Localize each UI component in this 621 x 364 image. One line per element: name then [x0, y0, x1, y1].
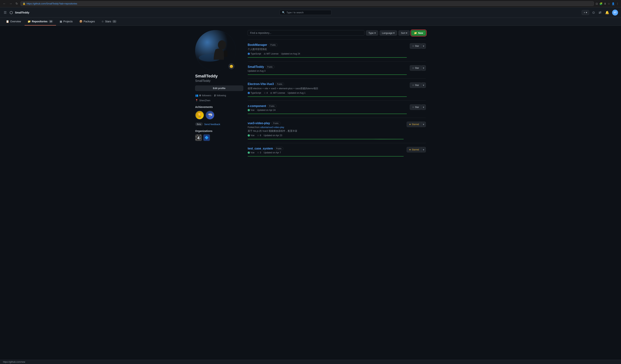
repo-icon: 📁 [28, 20, 31, 23]
notifications-icon[interactable]: 🔔 [604, 10, 610, 15]
lang-dot [248, 109, 250, 111]
screenshot-icon[interactable]: ⊡ [596, 2, 598, 5]
tab-projects[interactable]: ▦ Projects [57, 18, 76, 26]
visibility-badge: Public [268, 104, 276, 108]
repo-item: SmallTeddy Public Updated on Aug 3 ☆ Sta… [248, 61, 426, 79]
lang-label: Vue [251, 151, 255, 154]
pull-requests-icon[interactable]: ⇄ [598, 10, 602, 15]
repo-item-info: test_case_system Public Vue ☆ 3 Updated … [248, 147, 404, 156]
fork-source-link[interactable]: xdlumia/vue3-video-play [260, 126, 284, 129]
url-text: https://github.com/SmallTeddy?tab=reposi… [27, 2, 77, 5]
repo-meta: TypeScript ☆ 4 ⚖ MIT License Updated on … [248, 92, 407, 94]
organizations-section: Organizations ♟ 🔷 [195, 130, 243, 141]
starred-icon: ★ [409, 123, 411, 126]
tab-packages[interactable]: 📦 Packages [76, 18, 98, 26]
issues-icon[interactable]: ⊙ [591, 10, 596, 15]
lang-dot [248, 134, 250, 136]
star-button[interactable]: ☆ Star [410, 43, 421, 49]
star-button-group: ☆ Star ▾ [410, 65, 426, 71]
menu-icon[interactable]: ⋮ [616, 2, 619, 5]
repo-name-link[interactable]: vue3-video-play [248, 122, 270, 125]
star-button[interactable]: ☆ Star [410, 65, 421, 71]
repo-item: z-component Public Vue Updated on Apr 24 [248, 100, 426, 118]
achievement-badge-2[interactable]: 🦈 [206, 111, 214, 119]
lang-dot [248, 92, 250, 94]
star-label: Star [415, 84, 419, 86]
repo-toolbar: Type ▾ Language ▾ Sort ▾ 📁 New [248, 30, 426, 36]
repo-name-link[interactable]: SmallTeddy [248, 65, 264, 68]
star-dropdown[interactable]: ▾ [421, 104, 426, 110]
profile-icon[interactable]: 👤 [612, 2, 615, 5]
lang-label: TypeScript [251, 52, 261, 55]
extensions-icon[interactable]: 🧩 [599, 2, 603, 5]
star-button[interactable]: ☆ Star [410, 104, 421, 110]
visibility-badge: Public [275, 147, 283, 150]
header-search: 🔍 Type / to search [32, 10, 579, 15]
license-label: MIT License [267, 52, 278, 55]
contribution-line [248, 57, 407, 58]
lang-label: Vue [251, 109, 255, 111]
star-dropdown[interactable]: ▾ [421, 65, 426, 71]
star-button[interactable]: ☆ Star [410, 83, 421, 88]
org-avatar-2[interactable]: 🔷 [203, 134, 210, 141]
repo-name-row: Electron-Vite-Vue3 Public [248, 83, 407, 86]
visibility-badge: Public [275, 83, 284, 86]
star-button-group: ☆ Star ▾ [410, 43, 426, 49]
star-dropdown[interactable]: ▾ [421, 122, 426, 127]
repo-updated: Updated on Aug 1 [288, 92, 306, 94]
forward-button[interactable]: → [8, 1, 13, 6]
tab-repositories[interactable]: 📁 Repositories 10 [25, 18, 56, 26]
achievement-badge-1[interactable]: 🏆 [195, 111, 204, 119]
location-text: ShenZhen [199, 99, 210, 102]
header-username: SmallTeddy [15, 11, 29, 14]
repo-badge: 10 [49, 20, 53, 23]
language-button[interactable]: Language ▾ [380, 30, 397, 36]
tab-overview[interactable]: 📋 Overview [3, 18, 24, 26]
tab-stars[interactable]: ☆ Stars 21 [99, 18, 120, 26]
repo-description: 使用 electron + vite + vue3 + element-plus… [248, 87, 407, 90]
projects-icon: ▦ [60, 20, 62, 23]
starred-button[interactable]: ★ Starred [407, 122, 421, 127]
star-count: 8 [260, 134, 261, 137]
new-repo-button[interactable]: 📁 New [411, 30, 426, 36]
starred-icon: ★ [409, 148, 411, 151]
starred-button[interactable]: ★ Starred [407, 147, 421, 152]
profile-nav: 📋 Overview 📁 Repositories 10 ▦ Projects … [0, 18, 621, 26]
contribution-line [248, 139, 404, 139]
search-box[interactable]: 🔍 Type / to search [280, 10, 331, 15]
user-avatar[interactable]: ST [612, 10, 618, 16]
sort-button[interactable]: Sort ▾ [398, 30, 410, 36]
profile-avatar-container: 😊 [195, 30, 236, 71]
refresh-button[interactable]: ↻ [15, 1, 19, 6]
repo-name-link[interactable]: z-component [248, 104, 266, 108]
stars-icon: ☆ [102, 20, 104, 23]
repo-name-link[interactable]: BookManager [248, 43, 267, 47]
star-dropdown[interactable]: ▾ [421, 43, 426, 49]
profile-username: SmallTeddy [195, 79, 243, 83]
stars-badge: 21 [112, 20, 117, 23]
svg-point-2 [218, 40, 226, 50]
star-dropdown[interactable]: ▾ [421, 83, 426, 88]
bookmark-icon[interactable]: ☆ [608, 2, 610, 5]
browser-chrome: ← → ↻ 🔒 https://github.com/SmallTeddy?ta… [0, 0, 621, 7]
hamburger-menu[interactable]: ☰ [3, 10, 7, 15]
org-avatar-1[interactable]: ♟ [195, 134, 202, 141]
send-feedback-link[interactable]: Send feedback [204, 123, 220, 126]
find-repo-input[interactable] [248, 30, 364, 36]
edit-profile-button[interactable]: Edit profile [195, 85, 243, 91]
type-button[interactable]: Type ▾ [366, 30, 378, 36]
star-dropdown[interactable]: ▾ [421, 147, 426, 152]
address-bar[interactable]: 🔒 https://github.com/SmallTeddy?tab=repo… [20, 1, 594, 6]
repo-name-link[interactable]: test_case_system [248, 147, 273, 150]
star-button-group: ☆ Star ▾ [410, 83, 426, 88]
star-icon: ☆ [412, 67, 414, 69]
back-button[interactable]: ← [2, 1, 7, 6]
github-logo[interactable]: ⬡ [10, 10, 13, 15]
new-button[interactable]: + ▾ [582, 10, 589, 15]
repo-updated: Updated on Apr 23 [264, 134, 282, 137]
lang-dot [248, 53, 250, 55]
repo-name-link[interactable]: Electron-Vite-Vue3 [248, 83, 274, 86]
repo-description: 基于 hls.js 的 Vue3 视频播放器组件，配置丰富 [248, 129, 404, 133]
download-icon[interactable]: ⬇ [604, 2, 606, 5]
following-count: 2 [214, 94, 215, 97]
